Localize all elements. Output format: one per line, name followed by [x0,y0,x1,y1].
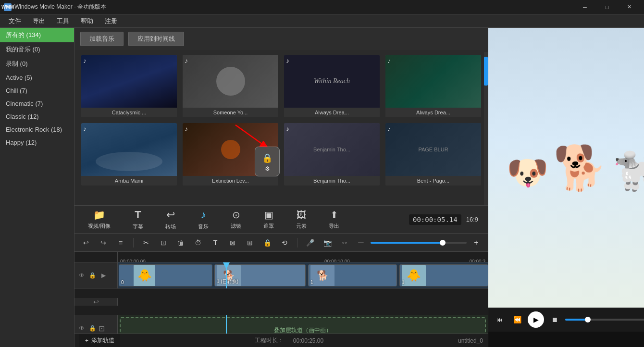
minimize-button[interactable]: ─ [574,0,596,14]
close-button[interactable]: ✕ [618,0,640,14]
sidebar-item-my-music[interactable]: 我的音乐 (0) [0,42,74,57]
separator-1 [133,238,134,248]
apply-to-timeline-button[interactable]: 应用到时间线 [128,32,184,46]
music-card-3[interactable]: Within Reach ♪ Always Drea... [284,55,380,117]
menu-help[interactable]: 帮助 [76,15,98,27]
clip-3-label: 1 [402,280,405,285]
tool-caption[interactable]: T 字幕 [129,207,147,232]
lock-button[interactable]: 🔒 [260,236,274,249]
music-card-6[interactable]: ♪ Extinction Lev... [183,123,278,186]
music-card-1[interactable]: ♪ Cataclysmic ... [81,55,177,117]
music-card-8[interactable]: PAGE BLUR ♪ Bent - Pago... [385,123,481,186]
pip-track-lock[interactable]: 🔒 [88,324,97,333]
cut-button[interactable]: ✂ [139,236,153,249]
music-thumb-6: ♪ [183,123,278,176]
puppy-image-area: 🐶 🐕 🐩 🐾 [488,28,644,308]
titlebar-left: WMM Windows Movie Maker - 全功能版本 [4,3,106,11]
text-button[interactable]: T [209,236,222,249]
sidebar-item-classic[interactable]: Classic (12) [0,110,74,123]
sidebar: 所有的 (134) 我的音乐 (0) 录制 (0) Active (5) Chi… [0,28,74,347]
music-card-7[interactable]: Benjamin Tho... ♪ Benjamin Tho... [284,123,380,186]
playhead[interactable] [226,262,227,288]
project-name: untitled_0 [458,337,483,344]
ruler-mark-0: 00:00:00.00 [120,259,146,263]
statusbar: + 添加轨道 工程时长： 00:00:25.00 untitled_0 [74,334,488,347]
maximize-button[interactable]: □ [596,0,618,14]
playhead-pip [226,315,227,334]
tool-mask[interactable]: ▣ 遮罩 [260,207,278,232]
stop-button[interactable]: ⏹ [548,313,561,326]
sidebar-item-all[interactable]: 所有的 (134) [0,28,74,42]
tool-export[interactable]: ⬆ 导出 [325,207,343,232]
settings-button[interactable]: ≡ [114,236,127,249]
clip-0-label: 0 [121,280,124,285]
zoom-plus-button[interactable]: + [470,236,483,249]
music-scrollbar-thumb [484,57,488,86]
step-back-button[interactable]: ⏪ [510,313,524,326]
sidebar-item-cinematic[interactable]: Cinematic (7) [0,97,74,110]
music-card-2[interactable]: ♪ Someone Yo... [183,55,278,117]
group-button[interactable]: ⊡ [157,236,170,249]
tool-filter[interactable]: ⊙ 滤镜 [227,207,245,232]
sidebar-item-active[interactable]: Active (5) [0,71,74,84]
video-track-content[interactable]: 🐥 0 🐕 [118,262,488,288]
music-label-3: Always Drea... [284,108,380,117]
flip-button[interactable]: ⟲ [278,236,291,249]
load-music-button[interactable]: 加载音乐 [80,32,124,46]
mic-button[interactable]: 🎤 [303,236,317,249]
preview-controls: ⏮ ⏪ ▶ ⏹ 📷 ⛶ [488,308,644,332]
transition-icon: ↩ [166,209,175,221]
clip-3[interactable]: 🐥 1 [399,264,488,286]
clip-0[interactable]: 🐥 0 [119,264,212,286]
music-thumb-7: Benjamin Tho... ♪ [284,123,380,176]
redo-button[interactable]: ↪ [97,236,110,249]
zoom-minus-button[interactable]: ─ [354,236,368,249]
sidebar-item-electronic-rock[interactable]: Electronic Rock (18) [0,123,74,136]
note-icon-7: ♪ [286,125,289,133]
play-button[interactable]: ▶ [528,311,544,328]
puppy-1: 🐶 [507,153,548,192]
music-scrollbar[interactable] [484,52,488,205]
tool-element[interactable]: 🖼 元素 [292,208,310,232]
filter-icon: ⊙ [232,209,240,221]
tool-video-image[interactable]: 📁 视频/图像 [84,207,114,232]
tool-transition[interactable]: ↩ 转场 [161,207,180,232]
video-track-row: 👁 🔒 ▶ 🐥 [74,262,488,289]
tool-music[interactable]: ♪ 音乐 [194,207,212,232]
video-track-eye[interactable]: 👁 [77,271,86,280]
delete-button[interactable]: 🗑 [174,236,187,249]
timeline-tracks: 👁 🔒 ▶ 🐥 [74,262,488,334]
preview-progress-fill [565,319,588,321]
menu-tools[interactable]: 工具 [52,15,74,27]
menu-export[interactable]: 导出 [28,15,50,27]
pip-overlay-area[interactable]: 叠加层轨道（画中画） [120,317,486,334]
zoom-fit-button[interactable]: ↔ [338,236,351,249]
undo-button[interactable]: ↩ [79,236,93,249]
inner-content: 加载音乐 应用到时间线 ♪ Cataclysmic ... [74,28,644,347]
camera-button[interactable]: 📷 [321,236,334,249]
sidebar-item-happy[interactable]: Happy (12) [0,136,74,149]
menubar: 文件 导出 工具 帮助 注册 [0,14,644,28]
puppy-preview-bg: 🐶 🐕 🐩 🐾 安下载anxz.com Jlun [488,28,644,308]
frame-button[interactable]: ⊞ [243,236,257,249]
video-track-lock[interactable]: 🔒 [88,271,97,280]
clip-2[interactable]: 🐕 1 [308,264,397,286]
tool-label-caption: 字幕 [133,223,143,230]
skip-back-button[interactable]: ⏮ [493,313,507,326]
music-card-5[interactable]: ♪ Arriba Mami [81,123,177,186]
clip-1[interactable]: 🐕 1 (已转换) [214,264,306,286]
pip-track-content[interactable]: 叠加层轨道（画中画） [118,315,488,334]
timer-button[interactable]: ⏱ [191,236,205,249]
menu-register[interactable]: 注册 [100,15,122,27]
timeline-zoom-fill [371,242,443,244]
sidebar-item-record[interactable]: 录制 (0) [0,57,74,71]
crop-button[interactable]: ⊠ [226,236,239,249]
music-card-4[interactable]: ♪ Always Drea... [385,55,481,117]
timeline-zoom-slider[interactable] [371,242,467,244]
pip-track-eye[interactable]: 👁 [77,324,86,333]
music-label-5: Arriba Mami [81,176,177,186]
menu-file[interactable]: 文件 [4,15,26,27]
add-track-button[interactable]: + 添加轨道 [79,334,120,347]
sidebar-item-chill[interactable]: Chill (7) [0,84,74,97]
preview-progress-bar[interactable] [565,319,644,321]
